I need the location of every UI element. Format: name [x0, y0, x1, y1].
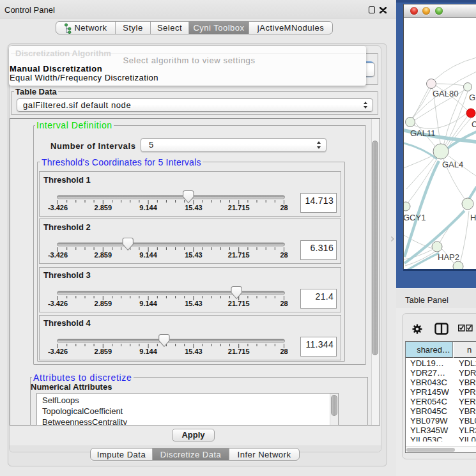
svg-text:9.144: 9.144	[139, 347, 157, 355]
svg-text:9.144: 9.144	[139, 251, 157, 259]
svg-text:2.859: 2.859	[95, 347, 112, 355]
svg-text:-3.426: -3.426	[48, 204, 68, 211]
svg-text:9.144: 9.144	[139, 204, 157, 211]
svg-text:28: 28	[280, 299, 288, 307]
svg-text:GCY1: GCY1	[404, 213, 426, 222]
svg-text:28: 28	[280, 251, 288, 259]
svg-text:15.43: 15.43	[185, 299, 203, 307]
svg-text:GAL11: GAL11	[410, 128, 436, 138]
svg-text:21.715: 21.715	[228, 299, 250, 307]
svg-text:-3.426: -3.426	[48, 347, 68, 355]
svg-text:9.144: 9.144	[139, 299, 157, 307]
svg-text:2.859: 2.859	[95, 299, 112, 307]
svg-text:28: 28	[280, 204, 288, 211]
svg-text:GAL4: GAL4	[442, 160, 463, 169]
svg-text:G.: G.	[469, 93, 476, 102]
svg-text:-3.426: -3.426	[48, 299, 68, 307]
svg-text:21.715: 21.715	[228, 347, 250, 355]
svg-text:15.43: 15.43	[185, 251, 203, 259]
svg-text:HAP2: HAP2	[438, 252, 459, 262]
svg-text:2.859: 2.859	[95, 204, 112, 211]
svg-text:15.43: 15.43	[185, 204, 203, 211]
svg-text:21.715: 21.715	[228, 251, 250, 259]
svg-text:C: C	[472, 119, 476, 129]
svg-text:H: H	[470, 213, 476, 222]
svg-text:GAL80: GAL80	[433, 89, 458, 98]
svg-text:15.43: 15.43	[185, 347, 203, 355]
svg-text:-3.426: -3.426	[48, 251, 68, 259]
svg-text:2.859: 2.859	[95, 251, 112, 259]
svg-text:21.715: 21.715	[228, 204, 250, 211]
svg-text:28: 28	[280, 347, 288, 355]
